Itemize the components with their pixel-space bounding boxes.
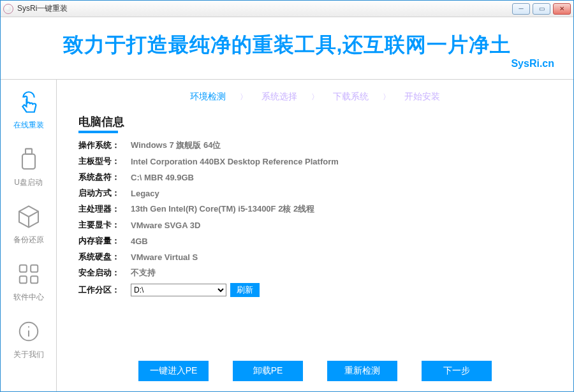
step-install: 开始安装 <box>404 91 440 103</box>
step-download: 下载系统 <box>333 91 369 103</box>
info-mem: 内存容量： 4GB <box>78 235 552 247</box>
step-indicator: 环境检测 〉 系统选择 〉 下载系统 〉 开始安装 <box>78 91 552 103</box>
info-sysdisk: 系统盘符： C:\ MBR 49.9GB <box>78 171 552 183</box>
chevron-right-icon: 〉 <box>311 92 319 103</box>
sidebar-item-about[interactable]: 关于我们 <box>1 309 56 367</box>
sidebar-item-label: 在线重装 <box>13 120 44 131</box>
sidebar-item-backup-restore[interactable]: 备份还原 <box>1 194 56 252</box>
info-label: 系统盘符： <box>78 171 131 183</box>
info-disk: 系统硬盘： VMware Virtual S <box>78 251 552 263</box>
titlebar: SysRi一键重装 ─ ▭ ✕ <box>1 1 573 17</box>
chevron-right-icon: 〉 <box>383 92 390 103</box>
maximize-button[interactable]: ▭ <box>533 3 550 15</box>
usb-icon <box>13 144 44 175</box>
info-value: 不支持 <box>131 267 156 279</box>
svg-rect-3 <box>31 265 38 272</box>
touch-icon <box>13 87 44 117</box>
chevron-right-icon: 〉 <box>240 92 247 103</box>
info-secure-boot: 安全启动： 不支持 <box>78 267 552 279</box>
close-button[interactable]: ✕ <box>553 3 571 15</box>
info-label: 工作分区： <box>78 284 131 296</box>
info-label: 系统硬盘： <box>78 251 131 263</box>
info-value: VMware SVGA 3D <box>131 221 200 230</box>
section-underline <box>78 131 118 133</box>
box-icon <box>13 201 44 232</box>
sidebar-item-software-center[interactable]: 软件中心 <box>1 252 56 309</box>
sidebar-item-label: U盘启动 <box>14 177 43 188</box>
sidebar-item-label: 关于我们 <box>13 349 44 360</box>
svg-rect-5 <box>31 276 38 283</box>
info-board: 主板型号： Intel Corporation 440BX Desktop Re… <box>78 156 552 167</box>
info-icon <box>13 316 44 347</box>
footer-buttons: 一键进入PE 卸载PE 重新检测 下一步 <box>78 361 552 381</box>
info-label: 主要显卡： <box>78 219 131 231</box>
sidebar-item-label: 备份还原 <box>13 235 44 245</box>
info-label: 主处理器： <box>78 203 131 215</box>
minimize-button[interactable]: ─ <box>512 3 530 15</box>
info-value: VMware Virtual S <box>131 252 198 262</box>
work-partition-select[interactable]: D:\ <box>131 284 226 296</box>
enter-pe-button[interactable]: 一键进入PE <box>138 361 209 381</box>
info-work-partition: 工作分区： D:\ 刷新 <box>78 283 552 297</box>
info-label: 操作系统： <box>78 140 131 151</box>
svg-rect-2 <box>19 265 26 272</box>
slogan-text: 致力于打造最纯净的重装工具,还互联网一片净土 <box>63 31 511 59</box>
info-value: Windows 7 旗舰版 64位 <box>131 140 221 151</box>
info-label: 内存容量： <box>78 235 131 247</box>
grid-icon <box>13 259 44 289</box>
info-value: Intel Corporation 440BX Desktop Referenc… <box>131 157 339 166</box>
section-title: 电脑信息 <box>78 114 552 129</box>
info-list: 操作系统： Windows 7 旗舰版 64位 主板型号： Intel Corp… <box>78 140 552 352</box>
svg-rect-4 <box>19 276 26 283</box>
info-gpu: 主要显卡： VMware SVGA 3D <box>78 219 552 231</box>
unload-pe-button[interactable]: 卸载PE <box>233 361 303 381</box>
banner: 致力于打造最纯净的重装工具,还互联网一片净土 SysRi.cn <box>1 17 573 80</box>
info-value: 13th Gen Intel(R) Core(TM) i5-13400F 2核 … <box>131 203 314 215</box>
info-value: 4GB <box>131 236 148 246</box>
svg-rect-1 <box>22 154 35 168</box>
brand-text: SysRi.cn <box>511 58 554 69</box>
info-value: C:\ MBR 49.9GB <box>131 173 194 182</box>
window-title: SysRi一键重装 <box>17 3 512 14</box>
main-panel: 环境检测 〉 系统选择 〉 下载系统 〉 开始安装 电脑信息 操作系统： Win… <box>57 80 573 391</box>
sidebar-item-label: 软件中心 <box>13 292 44 303</box>
sidebar: 在线重装 U盘启动 备份还原 软件中心 <box>1 80 57 391</box>
next-button[interactable]: 下一步 <box>422 361 492 381</box>
step-env-check: 环境检测 <box>190 91 226 103</box>
recheck-button[interactable]: 重新检测 <box>327 361 397 381</box>
info-boot: 启动方式： Legacy <box>78 187 552 199</box>
svg-rect-0 <box>26 149 32 154</box>
sidebar-item-online-reinstall[interactable]: 在线重装 <box>1 80 56 137</box>
refresh-button[interactable]: 刷新 <box>230 283 260 297</box>
info-label: 主板型号： <box>78 156 131 167</box>
info-cpu: 主处理器： 13th Gen Intel(R) Core(TM) i5-1340… <box>78 203 552 215</box>
app-logo-icon <box>3 4 13 14</box>
info-value: Legacy <box>131 189 159 198</box>
info-label: 启动方式： <box>78 187 131 199</box>
step-system-select: 系统选择 <box>261 91 297 103</box>
sidebar-item-usb-boot[interactable]: U盘启动 <box>1 137 56 194</box>
info-os: 操作系统： Windows 7 旗舰版 64位 <box>78 140 552 151</box>
info-label: 安全启动： <box>78 267 131 279</box>
